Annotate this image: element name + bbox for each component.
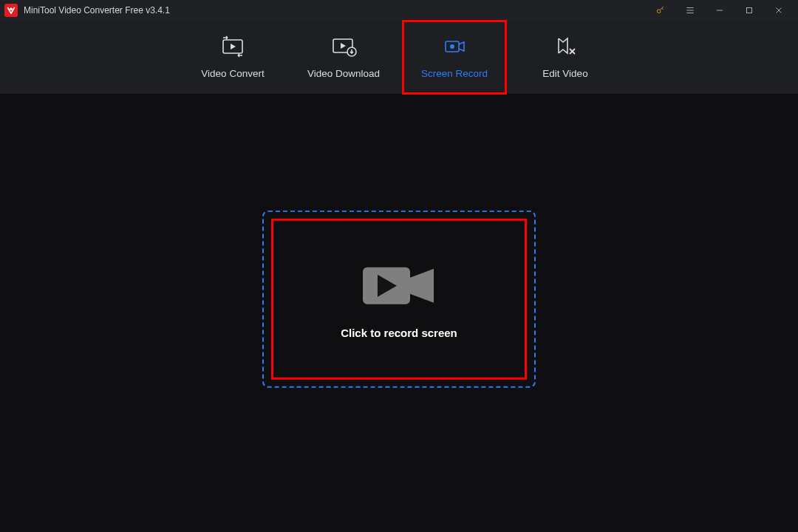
record-drop-zone[interactable]: Click to record screen — [262, 211, 536, 388]
video-download-icon — [330, 35, 357, 58]
tab-screen-record[interactable]: Screen Record — [403, 21, 506, 94]
tab-label: Screen Record — [421, 68, 488, 79]
camcorder-icon — [358, 259, 440, 311]
menu-button[interactable] — [675, 0, 705, 21]
tab-label: Edit Video — [542, 68, 587, 79]
upgrade-key-button[interactable] — [646, 0, 675, 21]
svg-rect-2 — [747, 8, 752, 13]
main-panel: Click to record screen — [0, 95, 798, 532]
title-bar: MiniTool Video Converter Free v3.4.1 — [0, 0, 798, 21]
tab-video-download[interactable]: Video Download — [292, 21, 395, 94]
video-convert-icon — [219, 35, 246, 58]
edit-video-icon — [553, 35, 578, 58]
app-logo-icon — [4, 4, 18, 17]
tab-label: Video Download — [307, 68, 380, 79]
svg-marker-4 — [231, 44, 236, 50]
tab-edit-video[interactable]: Edit Video — [514, 21, 617, 94]
svg-point-0 — [10, 8, 13, 11]
svg-point-1 — [657, 10, 661, 13]
screen-record-icon — [441, 35, 468, 58]
svg-marker-6 — [341, 43, 346, 49]
main-toolbar: Video Convert Video Download Screen Reco… — [0, 21, 798, 95]
svg-point-9 — [450, 44, 454, 49]
close-button[interactable] — [764, 0, 794, 21]
record-drop-zone-inner[interactable]: Click to record screen — [273, 221, 525, 378]
maximize-button[interactable] — [734, 0, 764, 21]
tab-video-convert[interactable]: Video Convert — [181, 21, 284, 94]
minimize-button[interactable] — [705, 0, 734, 21]
record-prompt-text: Click to record screen — [341, 326, 457, 338]
app-title: MiniTool Video Converter Free v3.4.1 — [24, 5, 170, 16]
tab-label: Video Convert — [201, 68, 264, 79]
